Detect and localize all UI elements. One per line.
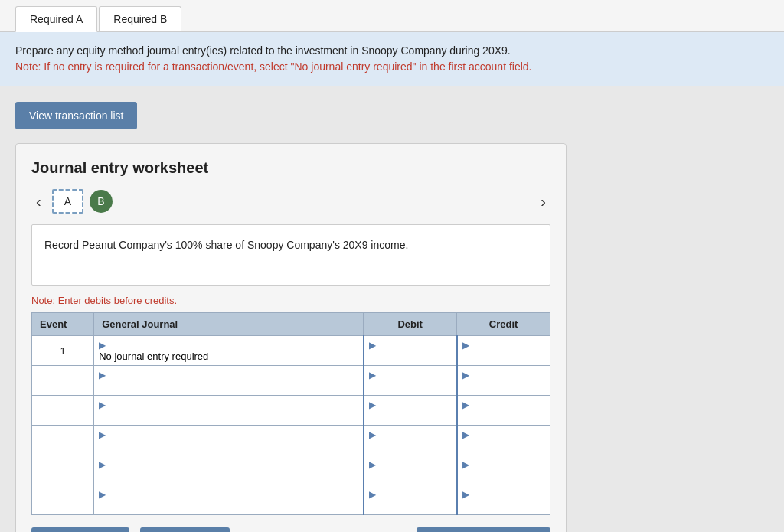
credit-arrow-icon: ▶ (462, 370, 469, 380)
table-row: ▶▶▶ (32, 366, 550, 396)
event-cell: 1 (32, 336, 94, 366)
general-journal-input[interactable] (99, 440, 358, 452)
debit-input[interactable] (369, 500, 452, 511)
credit-cell[interactable]: ▶ (457, 485, 550, 515)
debit-arrow-icon: ▶ (369, 489, 376, 500)
col-debit: Debit (364, 313, 457, 336)
col-credit: Credit (457, 313, 550, 336)
debit-arrow-icon: ▶ (369, 340, 376, 351)
tabs-bar: Required A Required B (0, 0, 784, 32)
debit-arrow-icon: ▶ (369, 459, 376, 470)
entry-tab-b[interactable]: B (90, 190, 113, 213)
credit-arrow-icon: ▶ (462, 489, 469, 500)
debit-cell[interactable]: ▶ (364, 426, 457, 455)
general-journal-cell[interactable]: ▶ (94, 336, 364, 366)
event-cell (32, 366, 94, 396)
general-journal-input[interactable] (99, 351, 358, 362)
debit-input[interactable] (369, 410, 452, 422)
worksheet-title: Journal entry worksheet (31, 159, 550, 177)
debit-cell[interactable]: ▶ (364, 336, 457, 366)
general-journal-input[interactable] (99, 470, 358, 481)
credit-arrow-icon: ▶ (462, 429, 469, 440)
credit-input[interactable] (462, 351, 545, 362)
record-entry-button[interactable]: Record entry (31, 527, 129, 532)
general-journal-cell[interactable]: ▶ (94, 485, 364, 515)
nav-row: ‹ A B › (31, 189, 550, 214)
debit-cell[interactable]: ▶ (364, 485, 457, 515)
debit-arrow-icon: ▶ (369, 370, 376, 380)
journal-table: Event General Journal Debit Credit 1▶▶▶▶… (31, 312, 550, 515)
table-row: ▶▶▶ (32, 426, 550, 455)
event-cell (32, 396, 94, 426)
entry-tab-a[interactable]: A (52, 189, 83, 214)
content-area: View transaction list Journal entry work… (0, 86, 784, 532)
general-journal-cell[interactable]: ▶ (94, 426, 364, 455)
clear-entry-button[interactable]: Clear entry (140, 527, 229, 532)
credit-cell[interactable]: ▶ (457, 455, 550, 485)
credit-input[interactable] (462, 470, 545, 481)
debit-input[interactable] (369, 440, 452, 452)
worksheet-container: Journal entry worksheet ‹ A B › Record P… (15, 143, 567, 532)
debit-cell[interactable]: ▶ (364, 455, 457, 485)
event-cell (32, 455, 94, 485)
credit-cell[interactable]: ▶ (457, 396, 550, 426)
credit-input[interactable] (462, 500, 545, 511)
credit-cell[interactable]: ▶ (457, 426, 550, 455)
row-arrow-icon: ▶ (99, 489, 106, 500)
general-journal-input[interactable] (99, 500, 358, 511)
general-journal-cell[interactable]: ▶ (94, 455, 364, 485)
instruction-box: Prepare any equity method journal entry(… (0, 32, 784, 86)
bottom-buttons: Record entry Clear entry View general jo… (31, 527, 550, 532)
debit-input[interactable] (369, 380, 452, 392)
general-journal-cell[interactable]: ▶ (94, 366, 364, 396)
prev-arrow-button[interactable]: ‹ (31, 191, 46, 212)
general-journal-cell[interactable]: ▶ (94, 396, 364, 426)
row-arrow-icon: ▶ (99, 370, 106, 380)
description-box: Record Peanut Company's 100% share of Sn… (31, 224, 550, 286)
debit-arrow-icon: ▶ (369, 429, 376, 440)
event-cell (32, 426, 94, 455)
next-arrow-button[interactable]: › (536, 191, 550, 212)
debit-input[interactable] (369, 470, 452, 481)
row-arrow-icon: ▶ (99, 429, 106, 440)
credit-cell[interactable]: ▶ (457, 366, 550, 396)
instruction-note-text: Note: If no entry is required for a tran… (15, 59, 769, 75)
tab-required-b[interactable]: Required B (99, 6, 181, 31)
col-general-journal: General Journal (94, 313, 364, 336)
col-event: Event (32, 313, 94, 336)
general-journal-input[interactable] (99, 410, 358, 422)
credit-arrow-icon: ▶ (462, 340, 469, 351)
debit-input[interactable] (369, 351, 452, 362)
event-cell (32, 485, 94, 515)
credit-arrow-icon: ▶ (462, 400, 469, 410)
table-row: 1▶▶▶ (32, 336, 550, 366)
credit-cell[interactable]: ▶ (457, 336, 550, 366)
row-arrow-icon: ▶ (99, 400, 106, 410)
view-transaction-button[interactable]: View transaction list (15, 102, 137, 129)
general-journal-input[interactable] (99, 380, 358, 392)
debit-cell[interactable]: ▶ (364, 366, 457, 396)
note-debits: Note: Enter debits before credits. (31, 295, 550, 306)
debit-cell[interactable]: ▶ (364, 396, 457, 426)
credit-input[interactable] (462, 410, 545, 422)
view-general-journal-button[interactable]: View general journal (416, 527, 550, 532)
row-arrow-icon: ▶ (99, 459, 106, 470)
table-row: ▶▶▶ (32, 396, 550, 426)
debit-arrow-icon: ▶ (369, 400, 376, 410)
instruction-main-text: Prepare any equity method journal entry(… (15, 43, 769, 59)
table-row: ▶▶▶ (32, 485, 550, 515)
credit-arrow-icon: ▶ (462, 459, 469, 470)
tab-required-a[interactable]: Required A (15, 6, 97, 32)
row-arrow-icon: ▶ (99, 340, 106, 351)
credit-input[interactable] (462, 380, 545, 392)
table-row: ▶▶▶ (32, 455, 550, 485)
credit-input[interactable] (462, 440, 545, 452)
